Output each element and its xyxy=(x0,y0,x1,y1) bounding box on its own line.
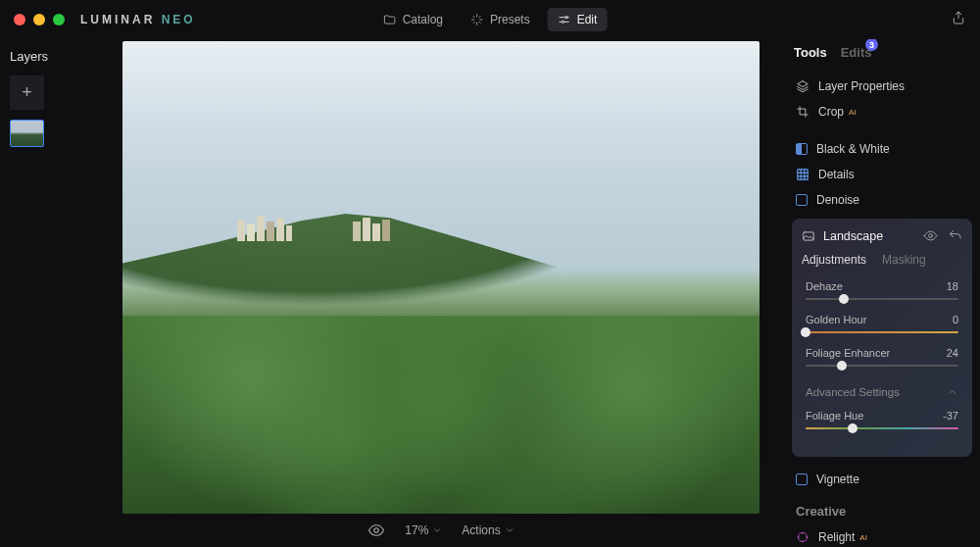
image-canvas[interactable] xyxy=(122,41,760,514)
section-creative: Creative xyxy=(794,492,970,524)
landscape-panel: Landscape Adjustments Masking Dehaze18 G… xyxy=(792,219,972,457)
svg-point-5 xyxy=(929,234,933,238)
layer-thumbnail[interactable] xyxy=(10,120,44,147)
nav-catalog-label: Catalog xyxy=(403,13,443,26)
subtab-masking[interactable]: Masking xyxy=(882,253,926,267)
add-layer-button[interactable]: + xyxy=(10,75,44,110)
tool-denoise[interactable]: Denoise xyxy=(794,187,970,213)
share-button[interactable] xyxy=(951,10,966,29)
reset-icon[interactable] xyxy=(948,228,962,243)
share-icon xyxy=(951,10,966,25)
tool-details[interactable]: Details xyxy=(794,162,970,187)
slider-thumb xyxy=(801,327,810,337)
relight-icon xyxy=(796,530,809,544)
vignette-icon xyxy=(796,473,808,485)
visibility-icon[interactable] xyxy=(368,522,385,539)
zoom-dropdown[interactable]: 17% xyxy=(405,523,442,537)
ai-badge: AI xyxy=(849,108,857,117)
svg-point-1 xyxy=(562,21,564,23)
chevron-up-icon xyxy=(947,386,958,398)
svg-rect-3 xyxy=(798,170,808,180)
minimize-window-icon[interactable] xyxy=(33,14,45,25)
details-icon xyxy=(796,168,809,181)
actions-dropdown[interactable]: Actions xyxy=(462,523,514,537)
slider-golden-hour[interactable]: Golden Hour0 xyxy=(802,314,962,333)
slider-dehaze[interactable]: Dehaze18 xyxy=(802,280,962,300)
denoise-icon xyxy=(796,194,808,206)
chevron-down-icon xyxy=(432,525,442,535)
nav-presets-label: Presets xyxy=(490,13,530,26)
tool-black-white[interactable]: Black & White xyxy=(794,136,970,162)
slider-foliage-enhancer[interactable]: Foliage Enhancer24 xyxy=(802,347,962,367)
sparkle-icon xyxy=(470,13,484,26)
landscape-icon xyxy=(802,229,815,243)
actions-label: Actions xyxy=(462,523,500,537)
advanced-settings-toggle[interactable]: Advanced Settings xyxy=(802,380,962,410)
tool-relight[interactable]: RelightAI xyxy=(794,524,970,547)
nav-edit-label: Edit xyxy=(577,13,598,26)
panel-title: Landscape xyxy=(823,229,915,243)
ai-badge: AI xyxy=(859,533,867,542)
app-logo: LUMINAR NEO xyxy=(80,13,196,26)
slider-thumb xyxy=(837,361,847,371)
window-controls[interactable] xyxy=(14,14,65,25)
tool-layer-properties[interactable]: Layer Properties xyxy=(794,74,970,99)
tab-tools[interactable]: Tools xyxy=(794,45,827,60)
layers-title: Layers xyxy=(10,49,88,64)
nav-edit[interactable]: Edit xyxy=(548,8,608,31)
folder-icon xyxy=(383,13,397,26)
svg-point-2 xyxy=(374,528,379,533)
crop-icon xyxy=(796,105,809,119)
subtab-adjustments[interactable]: Adjustments xyxy=(802,253,866,267)
chevron-down-icon xyxy=(505,525,514,535)
bw-icon xyxy=(796,143,808,155)
nav-presets[interactable]: Presets xyxy=(461,8,540,31)
sliders-icon xyxy=(558,13,571,26)
slider-thumb xyxy=(839,294,849,304)
nav-catalog[interactable]: Catalog xyxy=(373,8,453,31)
eye-icon[interactable] xyxy=(923,228,938,243)
slider-foliage-hue[interactable]: Foliage Hue-37 xyxy=(802,410,962,429)
maximize-window-icon[interactable] xyxy=(53,14,65,25)
svg-point-0 xyxy=(565,17,567,19)
svg-rect-4 xyxy=(804,231,814,239)
tool-crop[interactable]: CropAI xyxy=(794,99,970,124)
zoom-value: 17% xyxy=(405,523,428,537)
tool-vignette[interactable]: Vignette xyxy=(794,467,970,492)
slider-thumb xyxy=(848,423,858,433)
edits-badge: 3 xyxy=(865,39,878,51)
close-window-icon[interactable] xyxy=(14,14,25,25)
layers-icon xyxy=(796,79,809,93)
